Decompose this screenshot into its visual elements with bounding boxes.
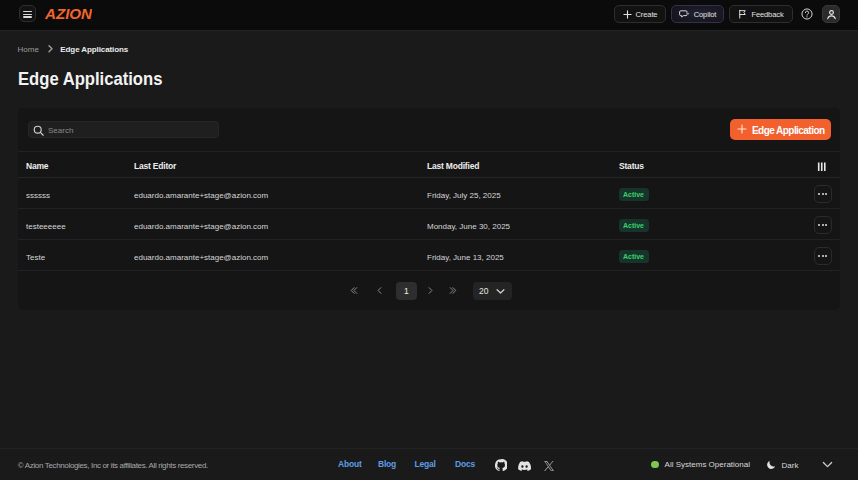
svg-text:AZION: AZION <box>45 6 92 20</box>
